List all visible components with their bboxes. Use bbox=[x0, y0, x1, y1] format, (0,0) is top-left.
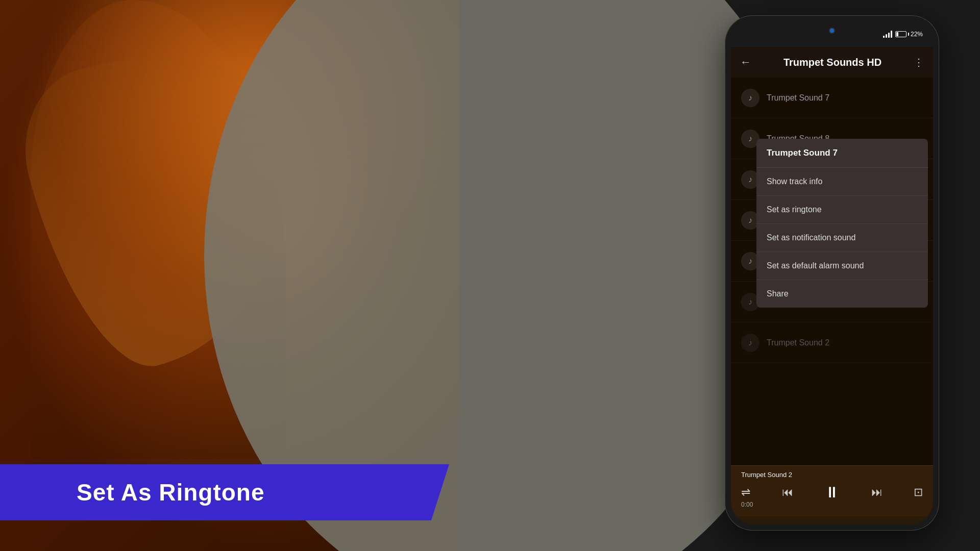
battery-icon: 22% bbox=[895, 31, 923, 38]
phone-mockup: 22% ← Trumpet Sounds HD ⋮ ♪ Trumpet Soun… bbox=[725, 15, 939, 531]
pause-button[interactable]: ⏸ bbox=[824, 484, 840, 501]
signal-icon bbox=[883, 31, 892, 38]
context-menu-set-notification[interactable]: Set as notification sound bbox=[756, 224, 928, 252]
context-menu-show-track-info[interactable]: Show track info bbox=[756, 168, 928, 196]
back-button[interactable]: ← bbox=[740, 56, 751, 69]
context-menu-title: Trumpet Sound 7 bbox=[756, 139, 928, 168]
battery-body bbox=[895, 31, 906, 37]
next-button[interactable]: ⏭ bbox=[871, 486, 883, 499]
player-controls: ⇌ ⏮ ⏸ ⏭ ⊡ bbox=[741, 484, 923, 501]
header-share-button[interactable]: ⋮ bbox=[914, 56, 924, 68]
repeat-button[interactable]: ⊡ bbox=[914, 486, 923, 499]
context-menu-set-alarm[interactable]: Set as default alarm sound bbox=[756, 252, 928, 280]
track-list: ♪ Trumpet Sound 7 ♪ Trumpet Sound 8 ♪ Tr… bbox=[731, 78, 933, 465]
prev-button[interactable]: ⏮ bbox=[782, 486, 793, 499]
context-menu-set-ringtone[interactable]: Set as ringtone bbox=[756, 196, 928, 224]
player-time: 0:00 bbox=[741, 501, 923, 508]
context-menu-share[interactable]: Share bbox=[756, 280, 928, 308]
phone-outer: 22% ← Trumpet Sounds HD ⋮ ♪ Trumpet Soun… bbox=[725, 15, 939, 531]
bottom-banner: Set As Ringtone bbox=[0, 464, 449, 520]
player-track-name: Trumpet Sound 2 bbox=[741, 471, 923, 479]
status-icons: 22% bbox=[883, 31, 923, 38]
context-menu: Trumpet Sound 7 Show track info Set as r… bbox=[756, 139, 928, 308]
camera-notch bbox=[829, 28, 835, 34]
status-bar: 22% bbox=[731, 21, 933, 47]
battery-tip bbox=[908, 33, 909, 36]
banner-text: Set As Ringtone bbox=[77, 479, 265, 506]
shuffle-button[interactable]: ⇌ bbox=[741, 486, 750, 499]
context-menu-overlay[interactable]: Trumpet Sound 7 Show track info Set as r… bbox=[731, 78, 933, 465]
app-header: ← Trumpet Sounds HD ⋮ bbox=[731, 47, 933, 78]
player-bar: Trumpet Sound 2 ⇌ ⏮ ⏸ ⏭ ⊡ 0:00 bbox=[731, 465, 933, 516]
battery-percentage: 22% bbox=[911, 31, 923, 38]
notch bbox=[794, 21, 870, 39]
app-title: Trumpet Sounds HD bbox=[757, 57, 908, 68]
phone-inner: 22% ← Trumpet Sounds HD ⋮ ♪ Trumpet Soun… bbox=[731, 21, 933, 524]
battery-fill bbox=[896, 32, 898, 36]
